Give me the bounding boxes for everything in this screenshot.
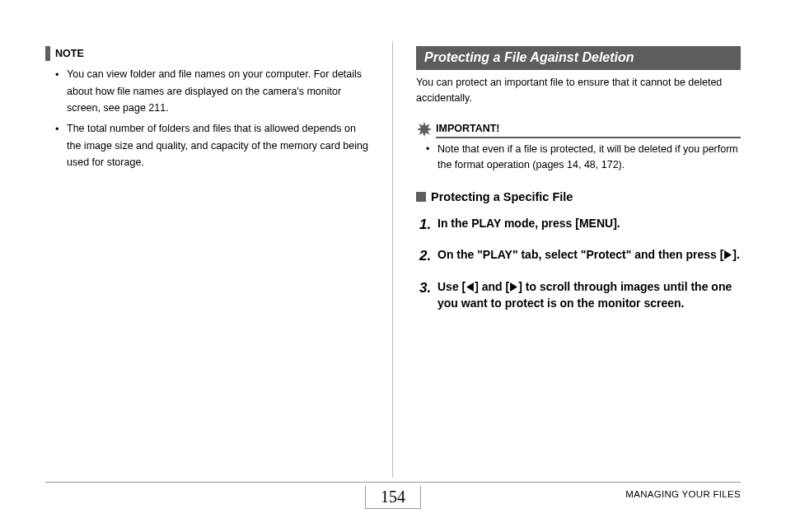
left-column: NOTE You can view folder and file names … (45, 41, 393, 478)
footer-section-title: MANAGING YOUR FILES (625, 489, 741, 499)
svg-marker-3 (510, 282, 517, 292)
important-heading: IMPORTANT! (416, 120, 741, 138)
note-bullet-item: The total number of folders and files th… (67, 120, 369, 171)
sub-heading-text: Protecting a Specific File (431, 190, 573, 203)
important-label: IMPORTANT! (436, 123, 500, 134)
svg-marker-0 (417, 122, 432, 137)
step-3: 3. Use [] and [] to scroll through image… (419, 278, 741, 312)
step-list: 1. In the PLAY mode, press [MENU]. 2. On… (416, 215, 741, 312)
section-title-bar: Protecting a File Against Deletion (416, 46, 741, 70)
step-1: 1. In the PLAY mode, press [MENU]. (419, 215, 741, 236)
footer-rule (45, 482, 741, 483)
svg-marker-1 (724, 250, 732, 259)
page-number: 154 (365, 486, 421, 509)
step-text: Use [] and [] to scroll through images u… (437, 278, 741, 312)
step-text-part: ]. (732, 248, 740, 261)
starburst-icon (416, 121, 433, 138)
section-intro-text: You can protect an important file to ens… (416, 75, 741, 107)
page-footer: 154 MANAGING YOUR FILES (45, 482, 741, 512)
step-number: 1. (419, 215, 437, 236)
note-label: NOTE (55, 48, 84, 59)
step-text-part: ] and [ (475, 280, 509, 293)
step-text: In the PLAY mode, press [MENU]. (437, 215, 741, 236)
step-text-part: On the "PLAY" tab, select "Protect" and … (437, 248, 723, 261)
left-arrow-icon (466, 282, 475, 292)
important-bullet-list: Note that even if a file is protected, i… (416, 142, 741, 174)
right-arrow-icon (723, 250, 732, 259)
step-text: On the "PLAY" tab, select "Protect" and … (437, 246, 741, 267)
note-bullet-item: You can view folder and file names on yo… (67, 66, 369, 117)
note-heading: NOTE (45, 46, 369, 61)
step-text-part: Use [ (437, 280, 466, 293)
step-number: 3. (419, 278, 437, 312)
important-bullet-item: Note that even if a file is protected, i… (437, 142, 741, 174)
note-bar-icon (45, 46, 50, 61)
note-bullet-list: You can view folder and file names on yo… (45, 66, 369, 171)
step-number: 2. (419, 246, 437, 267)
square-bullet-icon (416, 192, 426, 202)
sub-heading: Protecting a Specific File (416, 190, 741, 203)
step-2: 2. On the "PLAY" tab, select "Protect" a… (419, 246, 741, 267)
right-column: Protecting a File Against Deletion You c… (393, 41, 741, 478)
svg-marker-2 (466, 282, 474, 292)
right-arrow-icon (509, 282, 518, 292)
